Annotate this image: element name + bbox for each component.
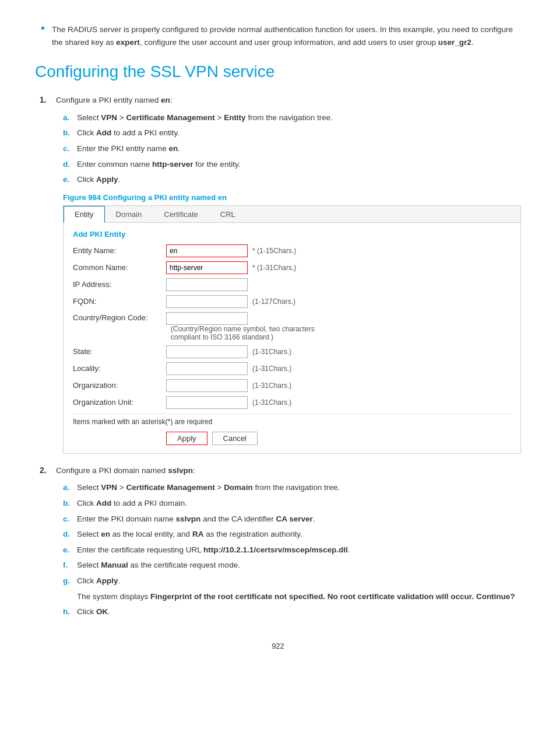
substep-2f: f. Select Manual as the certificate requ…	[63, 559, 521, 572]
hint-locality: (1-31Chars.)	[252, 365, 291, 373]
step-1-number: 1.	[40, 95, 56, 104]
step-2-text: Configure a PKI domain named sslvpn:	[56, 464, 195, 477]
tab-entity[interactable]: Entity	[64, 206, 105, 223]
label-entity-name: Entity Name:	[73, 246, 166, 255]
tab-crl[interactable]: CRL	[209, 206, 247, 222]
label-country: Country/Region Code:	[73, 313, 166, 322]
substep-2c-label: c.	[63, 514, 77, 523]
substep-1c: c. Enter the PKI entity name en.	[63, 142, 521, 155]
hint-entity-name: * (1-15Chars.)	[252, 247, 296, 255]
label-common-name: Common Name:	[73, 263, 166, 272]
label-fqdn: FQDN:	[73, 297, 166, 306]
step-1-text: Configure a PKI entity named en:	[56, 94, 173, 107]
form-row-fqdn: FQDN: (1-127Chars.)	[73, 295, 511, 308]
substep-2d-label: d.	[63, 530, 77, 538]
substep-2b-text: Click Add to add a PKI domain.	[77, 497, 187, 510]
label-locality: Locality:	[73, 364, 166, 373]
substep-1c-label: c.	[63, 144, 77, 153]
tab-bar: Entity Domain Certificate CRL	[64, 206, 520, 223]
input-entity-name[interactable]	[166, 244, 248, 257]
input-locality[interactable]	[166, 362, 248, 375]
substep-1e-label: e.	[63, 175, 77, 184]
step-2-number: 2.	[40, 466, 56, 475]
form-row-org-unit: Organization Unit: (1-31Chars.)	[73, 396, 511, 409]
substep-2e-text: Enter the certificate requesting URL htt…	[77, 544, 350, 556]
form-section-title: Add PKI Entity	[73, 230, 511, 239]
label-ip-address: IP Address:	[73, 280, 166, 289]
step-1-header: 1. Configure a PKI entity named en:	[40, 94, 521, 107]
substep-1b-label: b.	[63, 128, 77, 137]
substep-1b-text: Click Add to add a PKI entity.	[77, 127, 180, 139]
input-country[interactable]	[166, 312, 248, 325]
substep-1c-text: Enter the PKI entity name en.	[77, 142, 180, 155]
form-row-locality: Locality: (1-31Chars.)	[73, 362, 511, 375]
form-row-common-name: Common Name: * (1-31Chars.)	[73, 261, 511, 274]
input-organization[interactable]	[166, 379, 248, 392]
hint-common-name: * (1-31Chars.)	[252, 264, 296, 272]
substep-2c: c. Enter the PKI domain name sslvpn and …	[63, 513, 521, 526]
substep-1e: e. Click Apply.	[63, 173, 521, 186]
input-common-name[interactable]	[166, 261, 248, 274]
intro-bullet: • The RADIUS server is properly configur…	[35, 23, 521, 48]
step-2: 2. Configure a PKI domain named sslvpn: …	[40, 464, 521, 618]
hint-organization: (1-31Chars.)	[252, 382, 291, 390]
tab-certificate[interactable]: Certificate	[153, 206, 209, 222]
label-org-unit: Organization Unit:	[73, 398, 166, 407]
form-row-entity-name: Entity Name: * (1-15Chars.)	[73, 244, 511, 257]
section-heading: Configuring the SSL VPN service	[35, 62, 521, 81]
input-state[interactable]	[166, 345, 248, 358]
substep-1a-label: a.	[63, 113, 77, 122]
apply-button[interactable]: Apply	[166, 432, 207, 445]
substep-2e: e. Enter the certificate requesting URL …	[63, 544, 521, 556]
steps-container: 1. Configure a PKI entity named en: a. S…	[35, 94, 521, 618]
page-number: 922	[35, 642, 521, 650]
input-ip-address[interactable]	[166, 278, 248, 291]
substep-2f-text: Select Manual as the certificate request…	[77, 559, 240, 572]
step-2-header: 2. Configure a PKI domain named sslvpn:	[40, 464, 521, 477]
form-row-ip-address: IP Address:	[73, 278, 511, 291]
form-row-country: Country/Region Code: (Country/Region nam…	[73, 312, 511, 341]
input-org-unit[interactable]	[166, 396, 248, 409]
substep-1a-text: Select VPN > Certificate Management > En…	[77, 111, 333, 124]
step-2-substeps: a. Select VPN > Certificate Management >…	[40, 481, 521, 618]
substep-2b-label: b.	[63, 499, 77, 508]
form-row-state: State: (1-31Chars.)	[73, 345, 511, 358]
substep-2d: d. Select en as the local entity, and RA…	[63, 528, 521, 541]
substep-2g-text: Click Apply.	[77, 575, 120, 587]
figure-984-box: Entity Domain Certificate CRL Add PKI En…	[63, 205, 521, 454]
hint-state: (1-31Chars.)	[252, 348, 291, 356]
label-organization: Organization:	[73, 381, 166, 390]
form-note: Items marked with an asterisk(*) are req…	[73, 414, 511, 426]
substep-2b: b. Click Add to add a PKI domain.	[63, 497, 521, 510]
country-input-group: (Country/Region name symbol, two charact…	[166, 312, 334, 341]
substep-2c-text: Enter the PKI domain name sslvpn and the…	[77, 513, 315, 526]
tab-domain[interactable]: Domain	[105, 206, 153, 222]
form-row-organization: Organization: (1-31Chars.)	[73, 379, 511, 392]
substep-1b: b. Click Add to add a PKI entity.	[63, 127, 521, 139]
substep-2g-label: g.	[63, 576, 77, 585]
substep-1d-label: d.	[63, 160, 77, 169]
fingerprint-note: The system displays Fingerprint of the r…	[77, 590, 521, 603]
intro-text: The RADIUS server is properly configured…	[52, 23, 521, 48]
substep-2e-label: e.	[63, 545, 77, 554]
substep-1e-text: Click Apply.	[77, 173, 120, 186]
substep-1d-text: Enter common name http-server for the en…	[77, 158, 240, 171]
step-1: 1. Configure a PKI entity named en: a. S…	[40, 94, 521, 454]
figure-984-caption: Figure 984 Configuring a PKI entity name…	[63, 193, 521, 202]
substep-2h-text: Click OK.	[77, 606, 110, 618]
substep-2f-label: f.	[63, 561, 77, 569]
substep-2a: a. Select VPN > Certificate Management >…	[63, 481, 521, 494]
substep-1d: d. Enter common name http-server for the…	[63, 158, 521, 171]
cancel-button[interactable]: Cancel	[212, 432, 258, 445]
substep-1a: a. Select VPN > Certificate Management >…	[63, 111, 521, 124]
substep-2h-label: h.	[63, 607, 77, 616]
hint-org-unit: (1-31Chars.)	[252, 398, 291, 407]
form-buttons: Apply Cancel	[73, 432, 511, 445]
step-1-substeps: a. Select VPN > Certificate Management >…	[40, 111, 521, 186]
hint-country: (Country/Region name symbol, two charact…	[171, 325, 334, 341]
input-fqdn[interactable]	[166, 295, 248, 308]
substep-2a-text: Select VPN > Certificate Management > Do…	[77, 481, 340, 494]
label-state: State:	[73, 347, 166, 356]
substep-2d-text: Select en as the local entity, and RA as…	[77, 528, 302, 541]
pki-form: Add PKI Entity Entity Name: * (1-15Chars…	[64, 223, 520, 453]
